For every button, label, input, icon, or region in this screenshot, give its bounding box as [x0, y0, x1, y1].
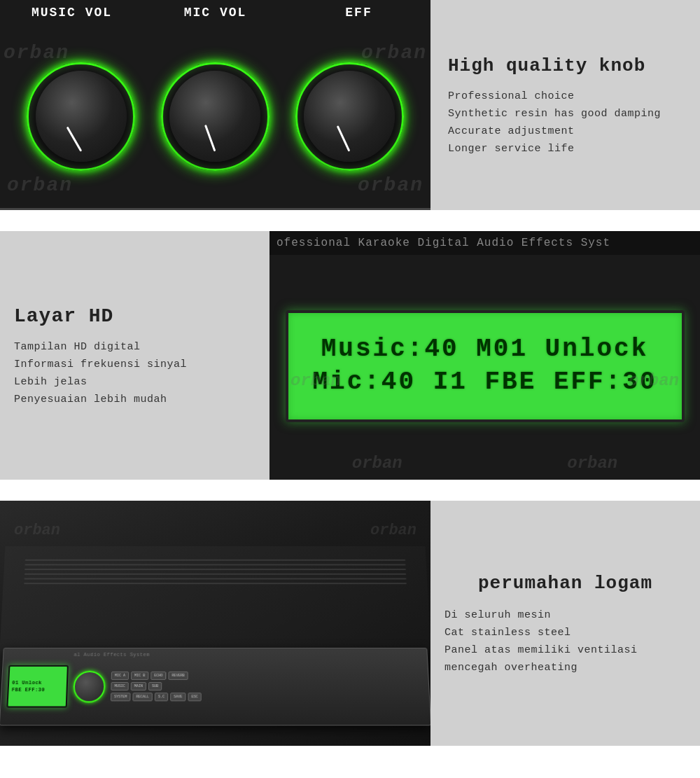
metal-panel: perumahan logam Di seluruh mesin Cat sta… — [430, 501, 700, 746]
gap-1 — [0, 210, 700, 231]
quality-item-3: Accurate adjustment — [448, 125, 682, 137]
knob-indicator-1 — [66, 127, 83, 152]
device-buttons-group: MIC A MIC B ECHO REVERB MUSIC MAIN SUB S… — [111, 672, 424, 701]
knob-indicator-2 — [204, 125, 216, 152]
quality-item-2: Synthetic resin has good damping — [448, 108, 682, 120]
metal-item-1: Di seluruh mesin — [444, 609, 686, 621]
device-photo: orban orban orban orban 01 Unlock FBE EF — [0, 501, 430, 746]
btn-music[interactable]: MUSIC — [111, 682, 129, 690]
btn-micb[interactable]: MIC B — [131, 672, 148, 680]
quality-panel: High quality knob Professional choice Sy… — [430, 0, 700, 210]
display-watermarks: orban orban — [270, 454, 700, 473]
knob-indicator-3 — [337, 125, 351, 152]
device-lcd-small: 01 Unlock FBE EFF:30 — [6, 665, 69, 708]
btn-reverb[interactable]: REVERB — [168, 672, 188, 680]
section-knobs-quality: orban orban MUSIC VOL MIC VOL EFF — [0, 0, 700, 210]
btn-system[interactable]: SYSTEM — [111, 693, 131, 701]
knob-body-2 — [169, 71, 260, 162]
knob-label-eff: EFF — [296, 6, 422, 20]
device-lcd-text-2: FBE EFF:30 — [11, 686, 45, 694]
knob-music-vol[interactable] — [25, 60, 137, 172]
quality-item-1: Professional choice — [448, 90, 682, 102]
quality-item-4: Longer service life — [448, 143, 682, 155]
btn-sub[interactable]: SUB — [148, 682, 162, 690]
btn-recall[interactable]: RECALL — [132, 693, 153, 701]
knob-body-1 — [36, 71, 127, 162]
btn-sc[interactable]: S.C — [155, 693, 168, 701]
metal-item-4: mencegah overheating — [444, 662, 686, 674]
knobs-panel: orban orban MUSIC VOL MIC VOL EFF — [0, 0, 430, 210]
layar-title: Layar HD — [14, 305, 255, 327]
btn-mica[interactable]: MIC A — [111, 672, 129, 680]
panel-bottom-line — [0, 208, 430, 210]
knob-labels-row: MUSIC VOL MIC VOL EFF — [0, 0, 430, 22]
layar-item-2: Informasi frekuensi sinyal — [14, 359, 255, 370]
btn-echo[interactable]: ECHO — [150, 672, 166, 680]
watermark-bottom-right: orban — [358, 174, 424, 196]
display-wm-right: orban — [567, 454, 617, 473]
btn-esc[interactable]: ESC — [188, 693, 202, 701]
layar-item-3: Lebih jelas — [14, 376, 255, 388]
section-layar-display: Layar HD Tampilan HD digital Informasi f… — [0, 231, 700, 480]
lcd-line-2: Mic:40 I1 FBE EFF:30 — [312, 366, 657, 399]
photo-wm-1: orban — [14, 522, 60, 539]
quality-title: High quality knob — [448, 55, 682, 76]
lcd-screen: Music:40 M01 Unlock Mic:40 I1 FBE EFF:30 — [286, 310, 685, 422]
device-lcd-text-1: 01 Unlock — [12, 679, 42, 686]
lcd-line-1: Music:40 M01 Unlock — [321, 333, 648, 366]
btn-save[interactable]: SAVE — [170, 693, 186, 701]
knob-label-music: MUSIC VOL — [9, 6, 135, 20]
watermark-bottom-left: orban — [7, 174, 73, 196]
photo-wm-2: orban — [370, 522, 416, 539]
layar-panel: Layar HD Tampilan HD digital Informasi f… — [0, 231, 270, 480]
metal-item-3: Panel atas memiliki ventilasi — [444, 644, 686, 656]
knob-label-mic: MIC VOL — [153, 6, 279, 20]
metal-item-2: Cat stainless steel — [444, 627, 686, 639]
metal-title: perumahan logam — [444, 573, 686, 594]
layar-item-1: Tampilan HD digital — [14, 341, 255, 353]
device-knob-control[interactable] — [73, 670, 106, 702]
display-panel: ofessional Karaoke Digital Audio Effects… — [270, 231, 700, 480]
knob-eff[interactable] — [293, 60, 405, 172]
btn-main[interactable]: MAIN — [131, 682, 146, 690]
device-model-label: al Audio Effects System — [74, 652, 150, 658]
display-wm-left: orban — [352, 454, 402, 473]
display-header: ofessional Karaoke Digital Audio Effects… — [270, 231, 700, 255]
knob-mic-vol[interactable] — [159, 60, 271, 172]
layar-item-4: Penyesuaian lebih mudah — [14, 394, 255, 405]
display-wm-top-right: orban — [629, 371, 679, 390]
knob-body-3 — [304, 71, 395, 162]
gap-2 — [0, 480, 700, 501]
display-wm-top-left: orban — [290, 371, 341, 390]
section-device-metal: orban orban orban orban 01 Unlock FBE EF — [0, 501, 700, 746]
